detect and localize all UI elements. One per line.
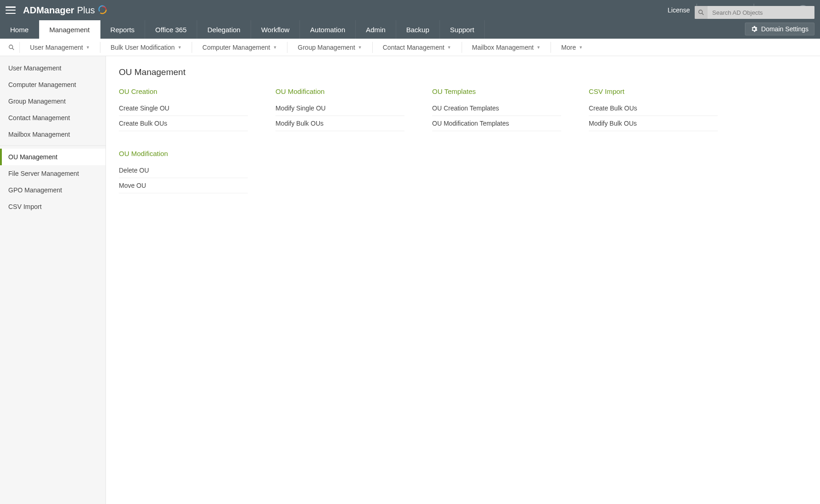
svg-point-4 (9, 45, 13, 48)
page-title: OU Management (119, 67, 807, 77)
brand-swirl-icon (98, 5, 108, 15)
gear-icon (751, 26, 757, 32)
link-ou-creation-templates[interactable]: OU Creation Templates (432, 101, 561, 116)
license-link[interactable]: License (661, 4, 697, 17)
primary-tabs: HomeManagementReportsOffice 365Delegatio… (0, 20, 485, 39)
subnav: User Management▼Bulk User Modification▼C… (0, 39, 820, 56)
subnav-mailbox-management[interactable]: Mailbox Management▼ (462, 42, 551, 53)
caret-down-icon: ▼ (177, 45, 182, 50)
section-ou-modification: OU ModificationDelete OUMove OU (119, 150, 248, 193)
sidebar-item-user-management[interactable]: User Management (0, 60, 105, 76)
section-title: OU Templates (432, 87, 561, 95)
link-create-bulk-ous[interactable]: Create Bulk OUs (589, 101, 718, 116)
tab-reports[interactable]: Reports (100, 20, 146, 39)
tab-admin[interactable]: Admin (356, 20, 396, 39)
sidebar-item-ou-management[interactable]: OU Management (0, 149, 105, 165)
sidebar-item-contact-management[interactable]: Contact Management (0, 110, 105, 126)
section-title: OU Modification (119, 150, 248, 157)
subnav-computer-management[interactable]: Computer Management▼ (192, 42, 287, 53)
tab-management[interactable]: Management (39, 20, 100, 39)
nav-right: Domain Settings (695, 4, 814, 38)
tab-backup[interactable]: Backup (396, 20, 440, 39)
svg-line-5 (12, 48, 14, 50)
subnav-search-icon[interactable] (4, 42, 20, 53)
tab-home[interactable]: Home (0, 20, 39, 39)
caret-down-icon: ▼ (579, 45, 583, 50)
tab-office-365[interactable]: Office 365 (145, 20, 197, 39)
brand-logo[interactable]: ADManager Plus (23, 5, 108, 16)
caret-down-icon: ▼ (447, 45, 451, 50)
tab-automation[interactable]: Automation (300, 20, 356, 39)
section-ou-templates: OU TemplatesOU Creation TemplatesOU Modi… (432, 87, 561, 131)
brand-name-light: Plus (77, 5, 95, 16)
brand-name-bold: ADManager (23, 5, 74, 16)
link-move-ou[interactable]: Move OU (119, 178, 248, 193)
sidebar-item-file-server-management[interactable]: File Server Management (0, 165, 105, 182)
sidebar: User ManagementComputer ManagementGroup … (0, 56, 106, 504)
content: OU Management OU CreationCreate Single O… (106, 56, 820, 504)
search-icon (695, 6, 708, 19)
subnav-contact-management[interactable]: Contact Management▼ (373, 42, 462, 53)
topbar-left: ADManager Plus (6, 5, 108, 16)
sidebar-group-b: OU ManagementFile Server ManagementGPO M… (0, 149, 105, 215)
sidebar-item-csv-import[interactable]: CSV Import (0, 198, 105, 215)
section-title: CSV Import (589, 87, 718, 95)
link-delete-ou[interactable]: Delete OU (119, 163, 248, 178)
section-csv-import: CSV ImportCreate Bulk OUsModify Bulk OUs (589, 87, 718, 131)
subnav-group-management[interactable]: Group Management▼ (287, 42, 372, 53)
link-create-bulk-ous[interactable]: Create Bulk OUs (119, 116, 248, 131)
sidebar-item-computer-management[interactable]: Computer Management (0, 76, 105, 93)
domain-settings-button[interactable]: Domain Settings (745, 23, 814, 35)
sidebar-group-a: User ManagementComputer ManagementGroup … (0, 60, 105, 146)
tab-delegation[interactable]: Delegation (197, 20, 251, 39)
section-ou-creation: OU CreationCreate Single OUCreate Bulk O… (119, 87, 248, 131)
caret-down-icon: ▼ (273, 45, 277, 50)
sidebar-item-group-management[interactable]: Group Management (0, 93, 105, 110)
caret-down-icon: ▼ (358, 45, 362, 50)
link-ou-modification-templates[interactable]: OU Modification Templates (432, 116, 561, 131)
section-title: OU Creation (119, 87, 248, 95)
tab-workflow[interactable]: Workflow (251, 20, 300, 39)
sections: OU CreationCreate Single OUCreate Bulk O… (119, 87, 807, 193)
svg-point-2 (699, 10, 703, 14)
section-title: OU Modification (275, 87, 404, 95)
section-ou-modification: OU ModificationModify Single OUModify Bu… (275, 87, 404, 131)
search-input[interactable] (708, 6, 814, 19)
svg-line-3 (702, 13, 704, 15)
link-modify-single-ou[interactable]: Modify Single OU (275, 101, 404, 116)
sidebar-item-gpo-management[interactable]: GPO Management (0, 182, 105, 198)
main-layout: User ManagementComputer ManagementGroup … (0, 56, 820, 504)
hamburger-icon[interactable] (6, 6, 16, 14)
primary-navrow: HomeManagementReportsOffice 365Delegatio… (0, 20, 820, 39)
tab-support[interactable]: Support (440, 20, 485, 39)
subnav-bulk-user-modification[interactable]: Bulk User Modification▼ (100, 42, 192, 53)
caret-down-icon: ▼ (86, 45, 90, 50)
link-create-single-ou[interactable]: Create Single OU (119, 101, 248, 116)
sidebar-item-mailbox-management[interactable]: Mailbox Management (0, 126, 105, 143)
link-modify-bulk-ous[interactable]: Modify Bulk OUs (589, 116, 718, 131)
caret-down-icon: ▼ (536, 45, 540, 50)
search-box[interactable] (695, 6, 814, 19)
domain-settings-label: Domain Settings (761, 25, 808, 33)
subnav-more[interactable]: More▼ (551, 42, 593, 53)
subnav-user-management[interactable]: User Management▼ (20, 42, 100, 53)
link-modify-bulk-ous[interactable]: Modify Bulk OUs (275, 116, 404, 131)
